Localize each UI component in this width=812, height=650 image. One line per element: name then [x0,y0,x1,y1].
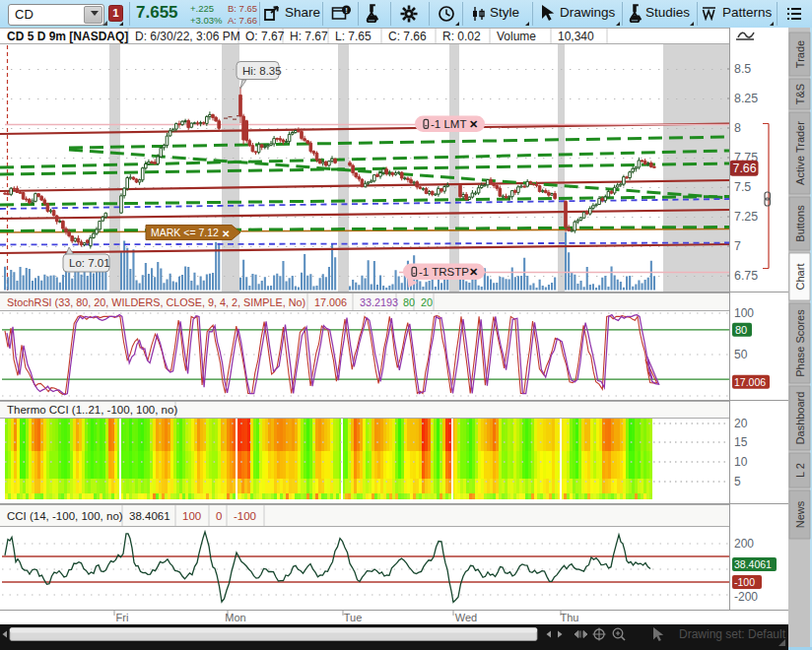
svg-text:8.25: 8.25 [734,92,758,105]
svg-text:Mon: Mon [225,612,245,623]
svg-text:O: 7.67: O: 7.67 [245,30,285,43]
svg-text:MARK <= 7.12: MARK <= 7.12 [151,227,219,238]
svg-text:33.2193: 33.2193 [360,296,398,308]
svg-text:Trade: Trade [794,40,806,68]
svg-text:Tue: Tue [344,612,363,623]
svg-text:17.006: 17.006 [314,296,347,308]
svg-text:News: News [794,500,806,528]
svg-text:10: 10 [734,455,748,469]
svg-text:CD 5 D 9m [NASDAQ]: CD 5 D 9m [NASDAQ] [7,30,128,43]
svg-text:200: 200 [734,537,754,551]
svg-text:Volume: Volume [497,30,536,43]
svg-text:C: 7.66: C: 7.66 [388,30,427,43]
svg-text:Phase Scores: Phase Scores [794,309,806,377]
svg-text:20: 20 [421,296,433,308]
svg-text:✕: ✕ [222,228,230,239]
svg-text:CCI (14, -100, 100, no): CCI (14, -100, 100, no) [7,510,123,522]
svg-text:Lo: 7.01: Lo: 7.01 [69,257,110,269]
svg-text:-200: -200 [734,590,758,604]
svg-text:T&S: T&S [794,84,806,104]
svg-text:Dashboard: Dashboard [794,392,806,445]
svg-text:Thu: Thu [561,612,579,623]
svg-text:Drawing set: Default: Drawing set: Default [679,627,786,641]
svg-text:15: 15 [734,435,748,449]
svg-text:✕: ✕ [469,266,478,278]
svg-text:0: 0 [216,510,222,522]
svg-text:7.5: 7.5 [734,180,751,194]
svg-text:7.66: 7.66 [733,162,757,175]
svg-text:50: 50 [734,348,748,361]
svg-text:10,340: 10,340 [558,30,594,43]
svg-text:Buttons: Buttons [794,205,806,242]
svg-text:100: 100 [734,306,754,320]
svg-text:80: 80 [403,296,415,308]
svg-text:80: 80 [735,324,747,336]
svg-text:7: 7 [734,239,741,253]
svg-text:D: 6/30/22, 3:06 PM: D: 6/30/22, 3:06 PM [135,30,240,43]
svg-text:100: 100 [182,510,201,522]
svg-text:-1 TRSTP: -1 TRSTP [419,266,469,278]
svg-text:H: 7.67: H: 7.67 [290,30,328,43]
svg-text:StochRSI (33, 80, 20, WILDERS,: StochRSI (33, 80, 20, WILDERS, CLOSE, 9,… [7,296,305,308]
svg-text:Wed: Wed [455,612,477,623]
svg-text:38.4061: 38.4061 [129,510,170,522]
svg-text:-1 LMT: -1 LMT [431,118,466,130]
svg-text:6.75: 6.75 [734,269,758,283]
svg-text:-100: -100 [734,576,755,588]
svg-text:Active Trader: Active Trader [794,121,806,185]
svg-text:Chart: Chart [794,264,806,291]
svg-text:Hi: 8.35: Hi: 8.35 [242,65,282,77]
svg-text:L 2: L 2 [794,463,806,478]
svg-text:38.4061: 38.4061 [734,558,772,570]
svg-text:Thermo CCI (1..21, -100, 100,: Thermo CCI (1..21, -100, 100, no) [7,404,177,416]
svg-text:8: 8 [734,121,741,135]
svg-text:Fri: Fri [116,612,129,623]
svg-text:5: 5 [734,475,741,488]
svg-text:L: 7.65: L: 7.65 [335,30,372,43]
svg-text:17.006: 17.006 [734,376,766,388]
svg-text:7.25: 7.25 [734,210,758,224]
svg-text:✕: ✕ [469,118,478,130]
svg-text:-100: -100 [234,510,256,522]
svg-text:8.5: 8.5 [734,62,751,76]
svg-text:!: ! [345,6,348,15]
svg-text:20: 20 [734,417,748,430]
svg-text:R: 0.02: R: 0.02 [442,30,481,43]
